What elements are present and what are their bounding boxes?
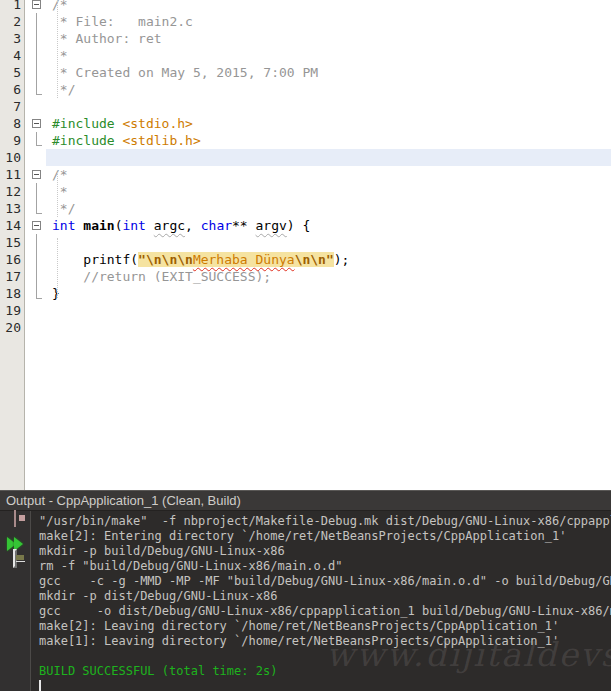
line-number[interactable]: 3 xyxy=(0,30,24,47)
line-number[interactable]: 7 xyxy=(0,98,24,115)
fold-margin xyxy=(24,302,46,319)
open-terminal-button[interactable] xyxy=(13,551,17,566)
line-number[interactable]: 6 xyxy=(0,81,24,98)
code-text[interactable]: * Created on May 5, 2015, 7:00 PM xyxy=(46,64,611,81)
code-text[interactable] xyxy=(46,234,611,251)
fold-guide xyxy=(24,132,46,149)
editor-line[interactable]: 18} xyxy=(0,285,611,302)
fold-guide xyxy=(24,234,46,251)
output-body: www.dijitaldevs.com "/usr/bin/make" -f n… xyxy=(0,511,611,691)
code-text[interactable]: * xyxy=(46,47,611,64)
fold-toggle-icon[interactable] xyxy=(24,115,46,132)
line-number[interactable]: 19 xyxy=(0,302,24,319)
code-text[interactable] xyxy=(46,302,611,319)
output-header-title: Output - CppApplication_1 (Clean, Build) xyxy=(6,493,241,508)
fold-toggle-icon[interactable] xyxy=(24,0,46,13)
console-line: mkdir -p dist/Debug/GNU-Linux-x86 xyxy=(39,589,611,604)
line-number[interactable]: 8 xyxy=(0,115,24,132)
code-text[interactable]: * xyxy=(46,183,611,200)
comment-fold-guide xyxy=(57,170,58,217)
fold-toggle-icon[interactable] xyxy=(24,166,46,183)
code-text[interactable]: //return (EXIT_SUCCESS); xyxy=(46,268,611,285)
line-number[interactable]: 15 xyxy=(0,234,24,251)
fold-guide xyxy=(24,200,46,217)
console-line: gcc -o dist/Debug/GNU-Linux-x86/cppappli… xyxy=(39,604,611,619)
line-number[interactable]: 5 xyxy=(0,64,24,81)
line-number[interactable]: 1 xyxy=(0,0,24,13)
line-number[interactable]: 4 xyxy=(0,47,24,64)
line-number[interactable]: 12 xyxy=(0,183,24,200)
code-text[interactable]: /* xyxy=(46,0,611,13)
editor-line[interactable]: 8#include <stdio.h> xyxy=(0,115,611,132)
editor-line[interactable]: 1/* xyxy=(0,0,611,13)
editor-line[interactable]: 9#include <stdlib.h> xyxy=(0,132,611,149)
code-text[interactable]: #include <stdlib.h> xyxy=(46,132,611,149)
fold-margin xyxy=(24,319,46,336)
console-line xyxy=(39,649,611,664)
editor-line[interactable]: 6 */ xyxy=(0,81,611,98)
editor-line[interactable]: 13 */ xyxy=(0,200,611,217)
editor-line[interactable]: 16 printf("\n\n\nMerhaba Dünya\n\n"); xyxy=(0,251,611,268)
code-lines: 1/*2 * File: main2.c3 * Author: ret4 *5 … xyxy=(0,0,611,336)
code-text[interactable]: #include <stdio.h> xyxy=(46,115,611,132)
line-number[interactable]: 11 xyxy=(0,166,24,183)
code-text[interactable] xyxy=(46,319,611,336)
editor-line[interactable]: 17 //return (EXIT_SUCCESS); xyxy=(0,268,611,285)
line-number[interactable]: 17 xyxy=(0,268,24,285)
code-text[interactable]: */ xyxy=(46,200,611,217)
output-panel: Output - CppApplication_1 (Clean, Build)… xyxy=(0,490,611,691)
editor-line[interactable]: 7 xyxy=(0,98,611,115)
build-success-line: BUILD SUCCESSFUL (total time: 2s) xyxy=(39,664,611,679)
code-editor[interactable]: 1/*2 * File: main2.c3 * Author: ret4 *5 … xyxy=(0,0,611,490)
line-number[interactable]: 10 xyxy=(0,149,24,166)
code-text[interactable]: * Author: ret xyxy=(46,30,611,47)
line-number[interactable]: 13 xyxy=(0,200,24,217)
stop-build-button[interactable] xyxy=(14,511,16,526)
editor-line[interactable]: 3 * Author: ret xyxy=(0,30,611,47)
editor-line[interactable]: 12 * xyxy=(0,183,611,200)
line-number[interactable]: 20 xyxy=(0,319,24,336)
output-toolbar xyxy=(0,511,31,691)
editor-line[interactable]: 11/* xyxy=(0,166,611,183)
code-text[interactable]: } xyxy=(46,285,611,302)
code-text[interactable] xyxy=(46,98,611,115)
build-console[interactable]: www.dijitaldevs.com "/usr/bin/make" -f n… xyxy=(31,511,611,691)
fold-guide xyxy=(24,13,46,30)
editor-line[interactable]: 15 xyxy=(0,234,611,251)
console-line: "/usr/bin/make" -f nbproject/Makefile-De… xyxy=(39,514,611,529)
fold-guide xyxy=(24,30,46,47)
console-line: make[1]: Leaving directory `/home/ret/Ne… xyxy=(39,634,611,649)
console-line: make[2]: Entering directory `/home/ret/N… xyxy=(39,529,611,544)
code-text[interactable]: int main(int argc, char** argv) { xyxy=(46,217,611,234)
line-number[interactable]: 2 xyxy=(0,13,24,30)
line-number[interactable]: 18 xyxy=(0,285,24,302)
fold-guide xyxy=(24,64,46,81)
code-text[interactable] xyxy=(46,149,611,166)
line-number[interactable]: 14 xyxy=(0,217,24,234)
console-line: gcc -c -g -MMD -MP -MF "build/Debug/GNU-… xyxy=(39,574,611,589)
stop-square-icon xyxy=(14,510,16,527)
editor-line[interactable]: 4 * xyxy=(0,47,611,64)
code-text[interactable]: /* xyxy=(46,166,611,183)
editor-line[interactable]: 14int main(int argc, char** argv) { xyxy=(0,217,611,234)
console-caret-line xyxy=(39,679,611,691)
editor-line[interactable]: 20 xyxy=(0,319,611,336)
comment-fold-guide xyxy=(57,0,58,98)
editor-line[interactable]: 2 * File: main2.c xyxy=(0,13,611,30)
line-number[interactable]: 16 xyxy=(0,251,24,268)
editor-line[interactable]: 19 xyxy=(0,302,611,319)
editor-line[interactable]: 10 xyxy=(0,149,611,166)
fold-toggle-icon[interactable] xyxy=(24,217,46,234)
code-text[interactable]: printf("\n\n\nMerhaba Dünya\n\n"); xyxy=(46,251,611,268)
console-line: rm -f "build/Debug/GNU-Linux-x86/main.o.… xyxy=(39,559,611,574)
code-text[interactable]: * File: main2.c xyxy=(46,13,611,30)
block-fold-guide xyxy=(57,238,58,298)
line-number[interactable]: 9 xyxy=(0,132,24,149)
console-line: mkdir -p build/Debug/GNU-Linux-x86 xyxy=(39,544,611,559)
code-text[interactable]: */ xyxy=(46,81,611,98)
terminal-icon xyxy=(13,549,17,568)
fold-margin xyxy=(24,149,46,166)
text-caret xyxy=(39,680,41,691)
output-header[interactable]: Output - CppApplication_1 (Clean, Build) xyxy=(0,491,611,511)
editor-line[interactable]: 5 * Created on May 5, 2015, 7:00 PM xyxy=(0,64,611,81)
